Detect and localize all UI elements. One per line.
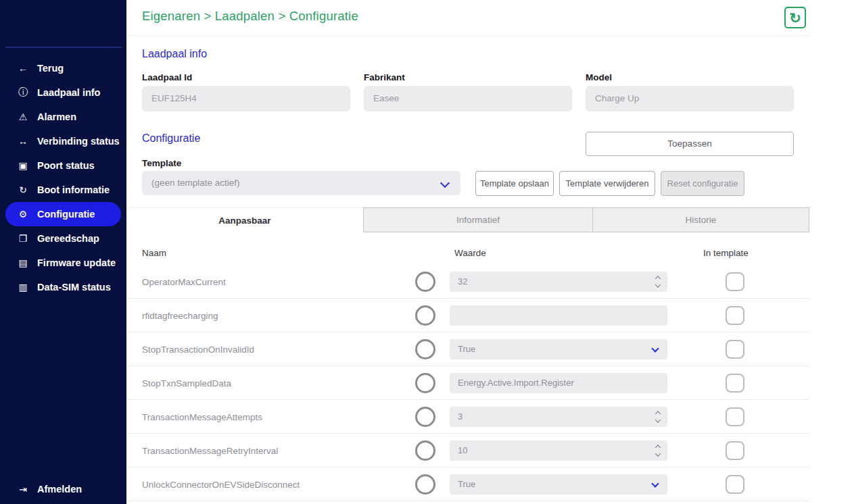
row-radio[interactable] (415, 440, 435, 461)
in-template-checkbox[interactable] (726, 407, 744, 426)
row-radio[interactable] (415, 407, 435, 427)
refresh-button[interactable]: ↻ (784, 7, 806, 28)
row-name: TransactionMessageRetryInterval (142, 445, 278, 455)
sidebar-footer: ⇥Afmelden (0, 477, 126, 501)
row-name: TransactionMessageAttempts (142, 411, 262, 422)
breadcrumb: Eigenaren > Laadpalen > Configuratie (142, 9, 358, 24)
column-header-waarde: Waarde (454, 248, 486, 258)
sidebar-item-data-sim-status[interactable]: ▥Data-SIM status (0, 275, 126, 299)
boot-info-icon: ↻ (16, 184, 30, 195)
logout-icon: ⇥ (16, 484, 30, 495)
in-template-checkbox[interactable] (726, 475, 744, 494)
value-select[interactable]: True (450, 474, 667, 495)
row-name: OperatorMaxCurrent (142, 276, 226, 286)
firmware-update-icon: ▤ (16, 257, 30, 268)
port-status-icon: ▣ (16, 160, 30, 171)
tab-bar: Aanpasbaar Informatief Historie (126, 207, 809, 232)
in-template-checkbox[interactable] (726, 374, 744, 393)
value-input[interactable]: 3 (450, 407, 667, 427)
label-template: Template (142, 158, 181, 168)
chevron-down-icon (440, 178, 450, 188)
row-radio[interactable] (415, 305, 435, 326)
template-select[interactable]: (geen template actief) (142, 171, 460, 195)
in-template-checkbox[interactable] (726, 306, 744, 325)
number-spinner[interactable] (656, 277, 660, 287)
laadpaal-info-icon: ⓘ (16, 86, 30, 99)
tab-historie[interactable]: Historie (593, 207, 809, 232)
value-input[interactable]: 10 (450, 440, 667, 461)
sidebar-item-laadpaal-info[interactable]: ⓘLaadpaal info (0, 80, 126, 105)
laadpaal-id-field: EUF125H4 (142, 86, 350, 111)
section-title-laadpaal-info: Laadpaal info (142, 48, 207, 60)
sidebar-item-connection-status[interactable]: ↔Verbinding status (0, 129, 126, 153)
table-row: StopTxnSampledDataEnergy.Active.Import.R… (126, 366, 809, 400)
column-header-naam: Naam (142, 248, 166, 258)
sidebar-item-firmware-update[interactable]: ▤Firmware update (0, 251, 126, 275)
model-field: Charge Up (586, 86, 794, 111)
sidebar-item-tools[interactable]: ❐Gereedschap (0, 226, 126, 251)
row-name: UnlockConnectorOnEVSideDisconnect (142, 479, 300, 489)
tab-informatief[interactable]: Informatief (363, 207, 593, 232)
row-name: StopTransactionOnInvalidId (142, 344, 254, 354)
reset-configuration-button[interactable]: Reset configuratie (661, 171, 744, 196)
table-row: OperatorMaxCurrent32 (126, 265, 809, 299)
table-row: TransactionMessageAttempts3 (126, 400, 809, 434)
tab-aanpasbaar[interactable]: Aanpasbaar (126, 207, 363, 232)
value-input[interactable] (450, 305, 667, 326)
template-select-value: (geen template actief) (151, 178, 240, 188)
data-sim-status-icon: ▥ (16, 282, 30, 293)
back-icon: ← (16, 63, 30, 74)
table-row: rfidtagfreecharging (126, 299, 809, 332)
sidebar-divider (5, 47, 122, 48)
sidebar-nav: ←TerugⓘLaadpaal info⚠Alarmen↔Verbinding … (0, 56, 126, 299)
label-laadpaal-id: Laadpaal Id (142, 72, 192, 82)
sidebar-item-configuration[interactable]: ⚙Configuratie (5, 202, 121, 226)
value-input[interactable]: Energy.Active.Import.Register (450, 373, 667, 393)
in-template-checkbox[interactable] (726, 272, 744, 291)
table-row: StopTransactionOnInvalidIdTrue (126, 332, 809, 366)
template-save-button[interactable]: Template opslaan (475, 171, 554, 196)
chevron-down-icon (651, 345, 659, 352)
number-spinner[interactable] (656, 412, 660, 422)
table-row: TransactionMessageRetryInterval10 (126, 434, 809, 468)
configuration-icon: ⚙ (16, 209, 30, 220)
chevron-down-icon (651, 480, 659, 487)
sidebar-item-alarms[interactable]: ⚠Alarmen (0, 105, 126, 129)
value-input[interactable]: 32 (450, 272, 667, 292)
table-row: UnlockConnectorOnEVSideDisconnectTrue (126, 468, 809, 501)
sidebar-item-boot-info[interactable]: ↻Boot informatie (0, 178, 126, 202)
header-divider (126, 35, 809, 36)
row-radio[interactable] (415, 474, 435, 495)
sidebar: ←TerugⓘLaadpaal info⚠Alarmen↔Verbinding … (0, 0, 126, 504)
row-radio[interactable] (415, 272, 435, 292)
tools-icon: ❐ (16, 233, 30, 244)
row-radio[interactable] (415, 339, 435, 359)
sidebar-item-port-status[interactable]: ▣Poort status (0, 153, 126, 178)
app-root: ←TerugⓘLaadpaal info⚠Alarmen↔Verbinding … (0, 0, 854, 504)
main-content: Eigenaren > Laadpalen > Configuratie ↻ L… (126, 0, 809, 504)
apply-button[interactable]: Toepassen (586, 132, 794, 156)
sidebar-item-back[interactable]: ←Terug (0, 56, 126, 80)
alarms-icon: ⚠ (16, 111, 30, 122)
number-spinner[interactable] (656, 446, 660, 456)
in-template-checkbox[interactable] (726, 340, 744, 359)
config-table-body: OperatorMaxCurrent32rfidtagfreechargingS… (126, 265, 809, 501)
connection-status-icon: ↔ (16, 136, 30, 147)
sidebar-item-logout[interactable]: ⇥Afmelden (0, 477, 126, 501)
value-select[interactable]: True (450, 339, 667, 359)
section-title-configuratie: Configuratie (142, 132, 200, 145)
row-name: rfidtagfreecharging (142, 310, 218, 320)
label-fabrikant: Fabrikant (364, 72, 405, 82)
in-template-checkbox[interactable] (726, 441, 744, 460)
row-radio[interactable] (415, 373, 435, 393)
template-delete-button[interactable]: Template verwijderen (559, 171, 655, 196)
column-header-in-template: In template (703, 248, 749, 258)
row-name: StopTxnSampledData (142, 378, 231, 388)
label-model: Model (586, 72, 612, 82)
fabrikant-field: Easee (364, 86, 572, 111)
